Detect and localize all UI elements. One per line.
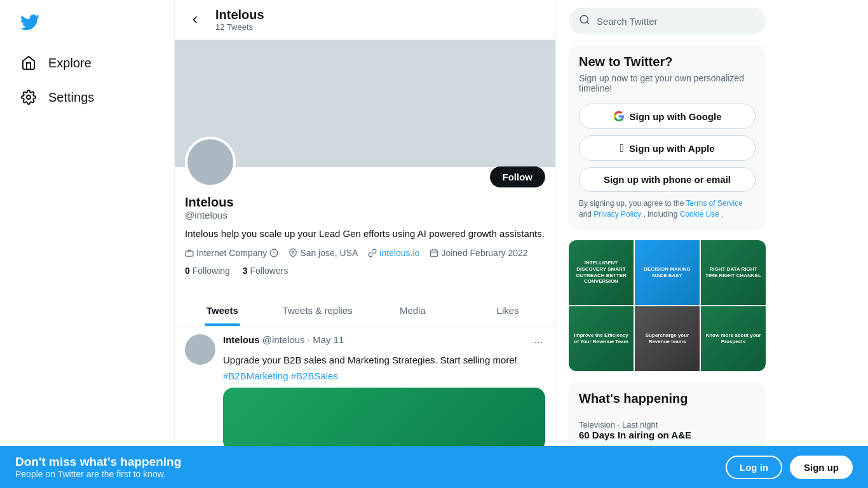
profile-joined: Joined February 2022 — [430, 248, 527, 258]
tweet-hashtags[interactable]: #B2BMarketing #B2BSales — [223, 370, 545, 381]
svg-rect-1 — [186, 251, 193, 256]
cookie-use-link[interactable]: Cookie Use — [680, 210, 719, 219]
search-icon — [579, 14, 590, 28]
tweet-author-handle: @intelous — [262, 334, 305, 345]
tweet-image — [223, 388, 545, 446]
svg-line-11 — [587, 22, 588, 24]
sidebar-item-settings[interactable]: Settings — [13, 83, 161, 112]
explore-icon — [20, 55, 37, 71]
profile-bio: Intelous help you scale up your Lead Gen… — [185, 227, 545, 240]
svg-point-10 — [580, 15, 588, 23]
bottom-bar: Don't miss what's happening People on Tw… — [0, 446, 868, 488]
ad-cell-5: Supercharge your Revenue teams — [635, 306, 700, 371]
profile-avatar-row: Follow — [185, 137, 545, 187]
bottom-bar-left: Don't miss what's happening People on Tw… — [15, 455, 181, 479]
profile-location: San jose, USA — [288, 248, 358, 258]
following-stat[interactable]: 0 Following — [185, 266, 230, 276]
signup-button[interactable]: Sign up — [790, 456, 853, 479]
profile-name: Intelous — [185, 195, 545, 210]
tab-likes[interactable]: Likes — [460, 295, 555, 326]
bottom-bar-subtitle: People on Twitter are the first to know. — [15, 469, 181, 479]
tos-text: By signing up, you agree to the Terms of… — [579, 198, 756, 220]
follow-button[interactable]: Follow — [490, 166, 546, 187]
tweet-top: Intelous @intelous · May 11 ··· — [223, 334, 545, 351]
whats-happening-card: What's happening Television · Last night… — [569, 381, 766, 446]
ad-grid: INTELLIGENT DISCOVERY SMART OUTREACH BET… — [569, 240, 766, 371]
explore-label: Explore — [48, 56, 92, 71]
privacy-policy-link[interactable]: Privacy Policy — [593, 210, 641, 219]
ad-cell-6: Know more about your Prospects — [701, 306, 766, 371]
tweet-avatar — [185, 334, 215, 365]
new-to-twitter-card: New to Twitter? Sign up now to get your … — [569, 44, 766, 230]
tweet-date: · May 11 — [308, 334, 344, 345]
profile-meta: Internet Company San jose, USA intelous.… — [185, 248, 545, 258]
profile-category: Internet Company — [185, 248, 278, 258]
profile-stats: 0 Following 3 Followers — [185, 266, 545, 276]
svg-rect-6 — [431, 250, 438, 257]
tweet-author: Intelous @intelous · May 11 — [223, 334, 344, 345]
profile-header-titles: Intelous 12 Tweets — [215, 8, 264, 32]
google-icon — [613, 111, 625, 122]
profile-header-bar: Intelous 12 Tweets — [175, 0, 555, 40]
trending-meta: Television · Last night — [579, 420, 756, 430]
profile-info-area: Follow Intelous @intelous Intelous help … — [175, 137, 555, 286]
whats-happening-title: What's happening — [579, 391, 756, 406]
profile-handle: @intelous — [185, 210, 545, 220]
tweet-text: Upgrade your B2B sales and Marketing Str… — [223, 353, 545, 367]
ad-cell-4: Improve the Efficiency of Your Revenue T… — [569, 306, 634, 371]
settings-label: Settings — [48, 90, 94, 105]
tab-tweets[interactable]: Tweets — [175, 295, 270, 326]
ad-cell-1: INTELLIGENT DISCOVERY SMART OUTREACH BET… — [569, 240, 634, 305]
signup-phone-button[interactable]: Sign up with phone or email — [579, 167, 756, 192]
settings-icon — [20, 89, 37, 105]
apple-icon:  — [620, 142, 624, 154]
tweet-more-button[interactable]: ··· — [532, 334, 545, 351]
svg-point-0 — [27, 95, 31, 99]
tweet-content: Intelous @intelous · May 11 ··· Upgrade … — [223, 334, 545, 446]
svg-point-5 — [292, 251, 295, 254]
search-input[interactable] — [597, 16, 756, 27]
profile-website-link[interactable]: intelous.io — [379, 248, 419, 258]
ad-cell-2: DECISION MAKING MADE EASY — [635, 240, 700, 305]
trending-item[interactable]: Television · Last night 60 Days In airin… — [579, 414, 756, 446]
profile-header-tweet-count: 12 Tweets — [215, 22, 264, 32]
avatar — [185, 137, 236, 187]
tweet-item: Intelous @intelous · May 11 ··· Upgrade … — [175, 327, 555, 446]
ad-cell-3: RIGHT DATA RIGHT TIME RIGHT CHANNEL — [701, 240, 766, 305]
right-sidebar: New to Twitter? Sign up now to get your … — [556, 0, 778, 446]
new-to-twitter-title: New to Twitter? — [579, 55, 756, 69]
twitter-logo[interactable] — [13, 6, 161, 41]
bottom-bar-title: Don't miss what's happening — [15, 455, 181, 469]
tweet-author-name: Intelous — [223, 334, 260, 345]
tab-media[interactable]: Media — [365, 295, 461, 326]
sidebar: Explore Settings — [0, 0, 175, 446]
search-bar[interactable] — [569, 8, 766, 34]
login-button[interactable]: Log in — [726, 456, 782, 479]
signup-google-button[interactable]: Sign up with Google — [579, 104, 756, 129]
terms-of-service-link[interactable]: Terms of Service — [686, 199, 743, 208]
sidebar-item-explore[interactable]: Explore — [13, 48, 161, 78]
signup-apple-button[interactable]:  Sign up with Apple — [579, 135, 756, 161]
followers-stat[interactable]: 3 Followers — [243, 266, 288, 276]
trending-label: 60 Days In airing on A&E — [579, 430, 756, 440]
profile-website: intelous.io — [368, 248, 419, 258]
center-column: Intelous 12 Tweets Follow Intelous @inte… — [175, 0, 556, 446]
profile-tabs: Tweets Tweets & replies Media Likes — [175, 295, 555, 327]
tab-tweets-replies[interactable]: Tweets & replies — [270, 295, 365, 326]
back-button[interactable] — [185, 10, 205, 30]
profile-header-name: Intelous — [215, 8, 264, 22]
new-to-twitter-subtitle: Sign up now to get your own personalized… — [579, 73, 756, 93]
bottom-bar-actions: Log in Sign up — [726, 456, 853, 479]
